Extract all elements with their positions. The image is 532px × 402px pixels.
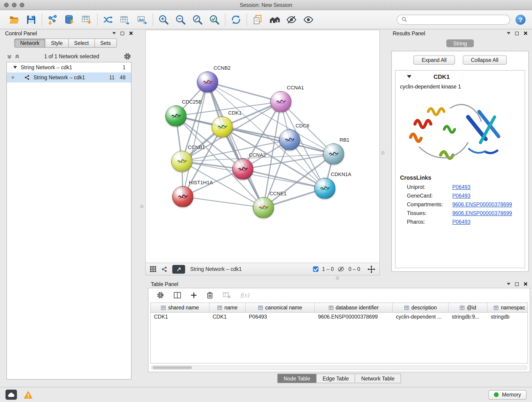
crosslink-row: Tissues:9606.ENSP00000378699 <box>407 211 525 216</box>
close-panel-icon[interactable] <box>523 282 527 286</box>
results-tab-string[interactable]: String <box>446 39 474 47</box>
refresh-layout-icon[interactable] <box>230 13 242 26</box>
edge-CCNB2-CCNE1[interactable] <box>208 82 264 208</box>
node-CCNA2[interactable] <box>232 159 253 180</box>
column-header--id[interactable]: @id <box>449 303 488 312</box>
zoom-in-icon[interactable] <box>158 13 170 26</box>
node-HIST1H1A[interactable] <box>172 186 193 207</box>
zoom-selected-icon[interactable] <box>209 13 220 26</box>
crosslink-link[interactable]: P06493 <box>452 193 470 198</box>
show-graphics-details-icon[interactable] <box>302 13 314 26</box>
node-CDKN1A[interactable] <box>314 178 336 199</box>
detach-view-button[interactable] <box>172 265 185 274</box>
node-CCNA1[interactable] <box>270 91 291 112</box>
network-overview-icon[interactable] <box>268 13 280 26</box>
tab-style[interactable]: Style <box>45 38 69 48</box>
node-CCNE1[interactable] <box>253 197 274 218</box>
crosslink-link[interactable]: P06493 <box>452 219 470 225</box>
close-panel-icon[interactable] <box>129 31 133 35</box>
search-input[interactable] <box>410 17 505 22</box>
column-type-icon <box>494 305 499 310</box>
node-CDC6[interactable] <box>279 129 300 150</box>
network-row[interactable]: String Network – cdk1 11 48 <box>7 72 131 83</box>
table-toolbar: f(x) <box>148 288 530 302</box>
crosslink-link[interactable]: P06493 <box>452 184 470 190</box>
selected-node-edge-counts: 1 – 0 <box>322 266 334 272</box>
table-rows: CDK1CDK1P064939606.ENSP00000378699cyclin… <box>151 313 527 322</box>
grid-view-icon[interactable] <box>150 266 156 272</box>
network-canvas[interactable]: CCNB2CCNA1CDC25BCDK1CDC6RB1CCNB1CCNA2CDK… <box>146 30 380 263</box>
float-panel-icon[interactable] <box>515 32 519 35</box>
import-table-file-icon[interactable] <box>81 13 93 26</box>
network-icon[interactable] <box>161 266 167 272</box>
node-CCNB2[interactable] <box>197 71 218 93</box>
save-session-icon[interactable] <box>25 13 37 26</box>
float-panel-icon[interactable] <box>515 282 519 286</box>
horizontal-scrollbar[interactable] <box>151 365 527 370</box>
search-field[interactable] <box>397 14 510 25</box>
collapse-all-icon[interactable] <box>7 54 12 59</box>
export-image-icon[interactable] <box>136 13 148 26</box>
scrollbar-thumb[interactable] <box>152 366 192 369</box>
help-button[interactable]: ? <box>515 14 526 25</box>
close-panel-icon[interactable] <box>523 31 527 35</box>
column-header-shared-name[interactable]: shared name <box>151 303 209 312</box>
right-splitter-handle[interactable] <box>381 151 385 154</box>
add-column-icon[interactable] <box>191 292 197 298</box>
network-collection-row[interactable]: String Network – cdk1 1 <box>7 62 131 72</box>
column-header-description[interactable]: description <box>393 303 449 312</box>
node-RB1[interactable] <box>323 143 344 165</box>
tab-select[interactable]: Select <box>69 38 95 48</box>
delete-column-trash-icon[interactable] <box>207 292 213 299</box>
protein-section-header[interactable]: CDK1 <box>395 70 525 83</box>
column-header-namespac[interactable]: namespac <box>488 303 528 312</box>
import-network-database-icon[interactable] <box>64 13 76 26</box>
tab-sets[interactable]: Sets <box>95 38 117 48</box>
collapse-panel-icon[interactable] <box>112 32 116 34</box>
tab-network-table[interactable]: Network Table <box>355 374 401 383</box>
table-row[interactable]: CDK1CDK1P064939606.ENSP00000378699cyclin… <box>151 313 527 322</box>
crosslink-link[interactable]: 9606.ENSP00000378699 <box>452 211 512 216</box>
collapse-all-button[interactable]: Collapse All <box>462 56 507 65</box>
column-header-canonical-name[interactable]: canonical name <box>246 303 315 312</box>
column-header-name[interactable]: name <box>209 303 246 312</box>
zoom-out-icon[interactable] <box>175 13 186 26</box>
node-CCNB1[interactable] <box>171 151 192 172</box>
maximize-window-button[interactable] <box>20 2 24 7</box>
copy-document-icon[interactable] <box>252 13 264 26</box>
tab-node-table[interactable]: Node Table <box>277 374 317 383</box>
bottom-splitter-handle[interactable] <box>336 276 339 280</box>
tab-edge-table[interactable]: Edge Table <box>317 374 355 383</box>
collapse-panel-icon[interactable] <box>507 283 510 285</box>
selected-checkbox-icon[interactable] <box>313 266 318 272</box>
memory-button[interactable]: Memory <box>489 390 526 400</box>
node-CDC25B[interactable] <box>165 105 186 127</box>
tree-expander-icon[interactable] <box>13 66 17 69</box>
cloud-status-icon[interactable] <box>6 390 17 400</box>
open-session-icon[interactable] <box>8 13 20 26</box>
import-network-file-icon[interactable] <box>47 13 59 26</box>
expand-all-button[interactable]: Expand All <box>413 56 455 65</box>
gear-icon[interactable] <box>124 53 131 60</box>
warning-icon[interactable] <box>24 391 32 399</box>
new-network-from-table-icon[interactable] <box>119 13 131 26</box>
column-header-database-identifier[interactable]: database identifier <box>315 303 393 312</box>
minimize-window-button[interactable] <box>12 2 17 7</box>
left-splitter-handle[interactable] <box>140 205 143 208</box>
crosslink-link[interactable]: 9606.ENSP00000378699 <box>452 202 512 207</box>
new-network-icon[interactable] <box>102 13 114 26</box>
expand-all-icon[interactable] <box>15 54 20 59</box>
close-window-button[interactable] <box>4 2 9 7</box>
hidden-eye-icon[interactable] <box>337 265 345 273</box>
table-settings-gear-icon[interactable] <box>157 292 164 299</box>
tab-network[interactable]: Network <box>14 38 45 48</box>
move-crosshair-icon[interactable] <box>367 265 375 273</box>
float-panel-icon[interactable] <box>120 32 124 35</box>
show-columns-icon[interactable] <box>174 292 181 298</box>
section-expander-icon[interactable] <box>407 75 412 78</box>
edge-HIST1H1A-CCNE1[interactable] <box>183 197 264 208</box>
collapse-panel-icon[interactable] <box>507 32 510 34</box>
hide-graphics-details-icon[interactable] <box>285 13 298 26</box>
node-CDK1[interactable] <box>212 116 233 138</box>
zoom-fit-icon[interactable] <box>191 13 203 26</box>
